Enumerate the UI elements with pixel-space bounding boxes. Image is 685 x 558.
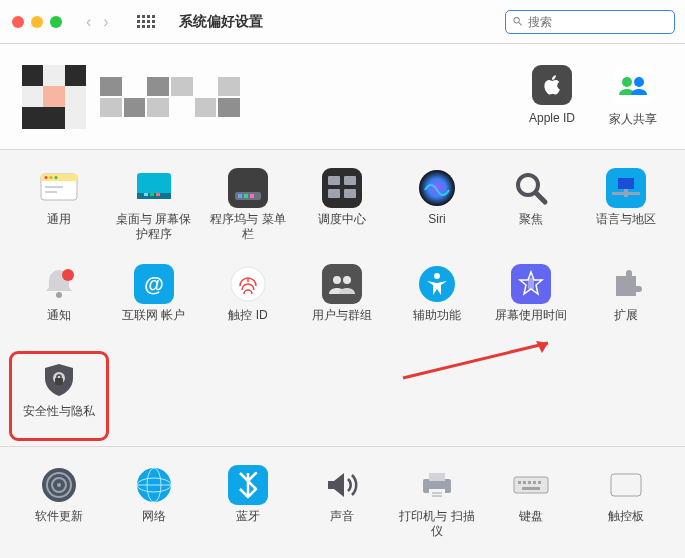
svg-point-33 — [56, 292, 62, 298]
trackpad-icon — [606, 465, 646, 505]
pref-label: 语言与地区 — [596, 212, 656, 242]
search-icon — [512, 15, 524, 28]
svg-point-34 — [62, 269, 74, 281]
apple-id-button[interactable]: Apple ID — [529, 65, 575, 128]
svg-rect-16 — [228, 168, 268, 208]
forward-button[interactable]: › — [99, 13, 112, 31]
svg-rect-63 — [518, 481, 521, 484]
svg-rect-65 — [528, 481, 531, 484]
family-sharing-label: 家人共享 — [609, 111, 657, 128]
back-button[interactable]: ‹ — [82, 13, 95, 31]
pref-label: 扩展 — [614, 308, 638, 338]
general-icon — [39, 168, 79, 208]
dock-icon — [228, 168, 268, 208]
pref-sound[interactable]: 声音 — [297, 461, 387, 541]
pref-language[interactable]: 语言与地区 — [581, 164, 671, 244]
pref-bluetooth[interactable]: 蓝牙 — [203, 461, 293, 541]
update-icon — [39, 465, 79, 505]
svg-rect-22 — [328, 176, 340, 185]
svg-line-28 — [536, 193, 545, 202]
pref-network[interactable]: 网络 — [108, 461, 198, 541]
pref-label: 蓝牙 — [236, 509, 260, 539]
apple-id-label: Apple ID — [529, 111, 575, 125]
svg-rect-21 — [322, 168, 362, 208]
pref-spotlight[interactable]: 聚焦 — [486, 164, 576, 244]
svg-rect-68 — [522, 487, 540, 490]
pref-label: 辅助功能 — [413, 308, 461, 338]
pref-label: 触控板 — [608, 509, 644, 539]
svg-rect-15 — [156, 193, 160, 196]
pref-label: 聚焦 — [519, 212, 543, 242]
pref-label: 网络 — [142, 509, 166, 539]
desktop-icon — [134, 168, 174, 208]
pref-update[interactable]: 软件更新 — [14, 461, 104, 541]
pref-desktop[interactable]: 桌面与 屏幕保护程序 — [108, 164, 198, 244]
zoom-window-button[interactable] — [50, 16, 62, 28]
pref-label: 调度中心 — [318, 212, 366, 242]
svg-point-6 — [45, 176, 48, 179]
svg-text:@: @ — [144, 273, 164, 295]
show-all-icon[interactable] — [137, 15, 155, 28]
svg-rect-69 — [611, 474, 641, 496]
svg-point-51 — [57, 483, 61, 487]
pref-accessibility[interactable]: 辅助功能 — [392, 260, 482, 340]
pref-label: 通用 — [47, 212, 71, 242]
svg-rect-25 — [344, 189, 356, 198]
users-icon — [322, 264, 362, 304]
pref-notifications[interactable]: 通知 — [14, 260, 104, 340]
svg-rect-19 — [244, 194, 248, 198]
accessibility-icon — [417, 264, 457, 304]
user-avatar[interactable] — [22, 65, 86, 129]
svg-point-26 — [419, 170, 455, 206]
pref-label: Siri — [428, 212, 445, 242]
pref-label: 屏幕使用时间 — [495, 308, 567, 338]
pref-mission[interactable]: 调度中心 — [297, 164, 387, 244]
siri-icon — [417, 168, 457, 208]
svg-point-8 — [55, 176, 58, 179]
svg-rect-46 — [55, 378, 63, 385]
family-sharing-button[interactable]: 家人共享 — [609, 65, 657, 128]
pref-printers[interactable]: 打印机与 扫描仪 — [392, 461, 482, 541]
pref-label: 桌面与 屏幕保护程序 — [110, 212, 196, 242]
svg-rect-14 — [150, 193, 154, 196]
svg-rect-59 — [429, 489, 445, 499]
language-icon — [606, 168, 646, 208]
minimize-window-button[interactable] — [31, 16, 43, 28]
extensions-icon — [606, 264, 646, 304]
pref-label: 程序坞与 菜单栏 — [205, 212, 291, 242]
pref-label: 互联网 帐户 — [122, 308, 185, 338]
pref-general[interactable]: 通用 — [14, 164, 104, 244]
svg-rect-9 — [45, 186, 63, 188]
sound-icon — [322, 465, 362, 505]
pref-siri[interactable]: Siri — [392, 164, 482, 244]
pref-users[interactable]: 用户与群组 — [297, 260, 387, 340]
svg-point-3 — [634, 77, 644, 87]
notifications-icon — [39, 264, 79, 304]
svg-rect-67 — [538, 481, 541, 484]
pref-label: 触控 ID — [228, 308, 267, 338]
pref-label: 键盘 — [519, 509, 543, 539]
svg-rect-38 — [322, 264, 362, 304]
svg-rect-13 — [144, 193, 148, 196]
pref-internet[interactable]: @互联网 帐户 — [108, 260, 198, 340]
pref-trackpad[interactable]: 触控板 — [581, 461, 671, 541]
user-name — [100, 77, 240, 117]
pref-keyboard[interactable]: 键盘 — [486, 461, 576, 541]
pref-label: 安全性与隐私 — [23, 404, 95, 434]
family-sharing-icon — [613, 65, 653, 105]
svg-point-40 — [343, 276, 351, 284]
prefs-section-1: 通用桌面与 屏幕保护程序程序坞与 菜单栏调度中心Siri聚焦语言与地区通知@互联… — [0, 150, 685, 447]
search-input[interactable] — [528, 15, 668, 29]
pref-label: 打印机与 扫描仪 — [394, 509, 480, 539]
pref-dock[interactable]: 程序坞与 菜单栏 — [203, 164, 293, 244]
internet-icon: @ — [134, 264, 174, 304]
pref-touchid[interactable]: 触控 ID — [203, 260, 293, 340]
pref-security[interactable]: 安全性与隐私 — [14, 356, 104, 436]
search-box[interactable] — [505, 10, 675, 34]
pref-extensions[interactable]: 扩展 — [581, 260, 671, 340]
pref-screentime[interactable]: 屏幕使用时间 — [486, 260, 576, 340]
svg-rect-32 — [624, 189, 628, 197]
printers-icon — [417, 465, 457, 505]
close-window-button[interactable] — [12, 16, 24, 28]
apple-id-icon — [532, 65, 572, 105]
